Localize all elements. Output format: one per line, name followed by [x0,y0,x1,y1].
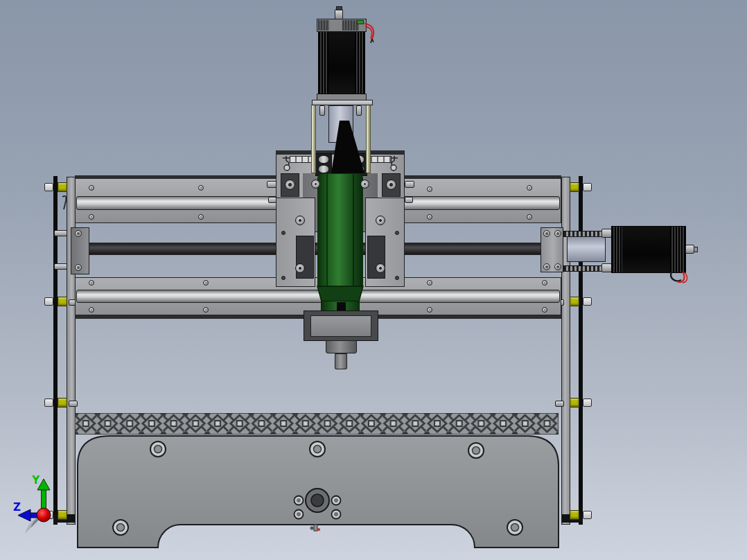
orientation-triad[interactable]: Y Z [0,454,90,560]
triad-x-axis-sphere[interactable] [37,508,51,522]
z-axis-label: Z [13,501,21,514]
cad-viewport: Y Z [0,0,747,560]
hub-pin-detail [310,525,320,531]
front-base-plate[interactable] [0,0,747,560]
triad-y-axis[interactable]: Y [31,474,50,514]
y-axis-label: Y [31,474,40,487]
